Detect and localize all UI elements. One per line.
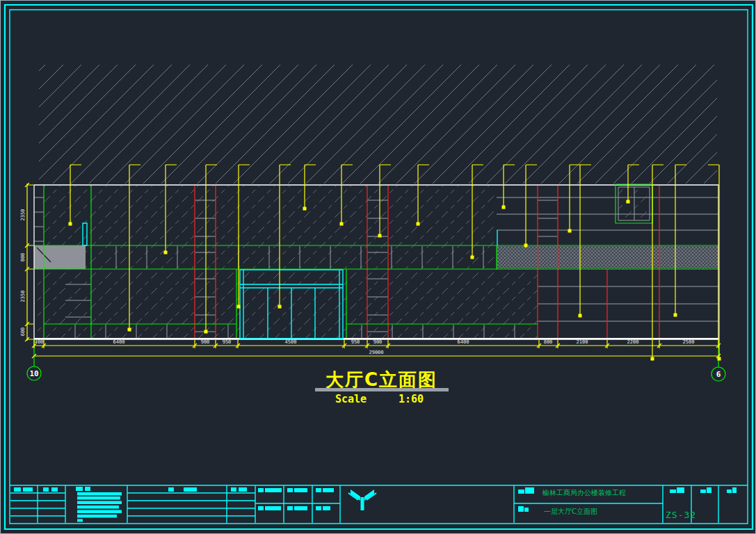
grid-bubble-right-label: 6	[716, 370, 721, 379]
dim-text: 600	[20, 327, 26, 337]
glass-hatch-upper	[44, 186, 497, 245]
dim-total-text: 29000	[369, 350, 383, 355]
bottom-dimension-chain: 400 6400 900 950 4500 950 900 6400 800 2…	[32, 339, 721, 358]
project-name: 榆林工商局办公楼装修工程	[542, 489, 626, 496]
grid-bubble-left-label: 10	[29, 369, 38, 378]
drawing-number: ZS-32	[666, 510, 696, 520]
dim-text: 950	[351, 339, 360, 345]
dim-text: 2200	[627, 339, 639, 345]
dim-text: 6400	[458, 339, 469, 345]
elevation-sheet: 400 6400 900 950 4500 950 900 6400 800 2…	[1, 1, 756, 534]
dim-text: 2500	[683, 339, 695, 345]
drawing-name: 一层大厅C立面图	[544, 508, 597, 515]
scale-value: 1:60	[399, 393, 424, 405]
title-underline	[315, 388, 449, 391]
beam-panel-gray	[34, 245, 86, 269]
upper-glass-hatch	[39, 65, 717, 184]
dim-text: 6400	[113, 339, 125, 345]
title-block-text-blobs	[14, 487, 737, 522]
dim-text: 400	[35, 339, 44, 345]
wall-window	[616, 184, 652, 223]
dim-text: 950	[223, 339, 232, 345]
scale-label: Scale	[335, 393, 367, 405]
dim-text: 800	[544, 339, 553, 345]
dim-text: 4500	[285, 339, 297, 345]
grid-bubble-left: 10	[27, 366, 41, 380]
company-logo-icon	[348, 490, 376, 510]
glass-hatch-lower	[34, 269, 538, 339]
dim-text: 900	[201, 339, 210, 345]
title-block: 榆林工商局办公楼装修工程 一层大厅C立面图 ZS-32	[10, 485, 748, 523]
dim-text: 800	[20, 253, 26, 262]
grid-bubble-right: 6	[711, 367, 725, 381]
drawing-title: 大厅C立面图	[325, 369, 437, 390]
left-dimension-chain: 2350 800 2350 600	[20, 183, 33, 341]
elevation-drawing: 400 6400 900 950 4500 950 900 6400 800 2…	[20, 165, 725, 381]
glass-hatch-band	[86, 246, 497, 268]
beam-hatched-crosshatch	[497, 246, 718, 268]
drawing-title-group: 大厅C立面图 Scale 1:60	[315, 369, 449, 405]
cad-model-space: 400 6400 900 950 4500 950 900 6400 800 2…	[0, 0, 756, 534]
dim-text: 2100	[577, 339, 588, 345]
dim-text: 2350	[20, 291, 26, 302]
dim-text: 2350	[20, 209, 26, 221]
dim-text: 900	[373, 339, 383, 345]
